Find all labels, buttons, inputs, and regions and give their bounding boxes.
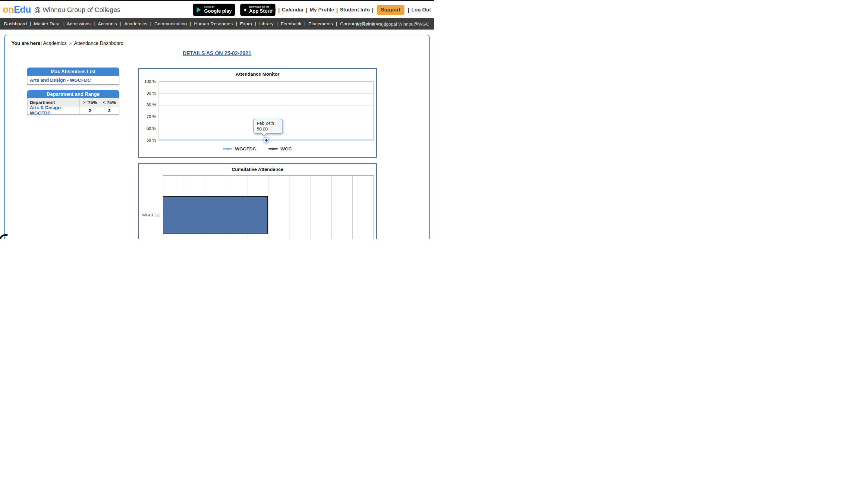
navbar-separator: | [190, 21, 191, 27]
nav-separator: | [278, 7, 280, 13]
corner-artifact [0, 234, 8, 239]
details-date-link[interactable]: DETAILS AS ON 25-02-2021 [183, 50, 251, 56]
navbar-separator: | [276, 21, 278, 27]
legend-item-wgcfdc[interactable]: WGCFDC [223, 146, 256, 152]
y-tick-70: 70 % [139, 114, 156, 119]
logo-part-edu: Edu [14, 4, 31, 15]
navbar-item-communication[interactable]: Communication [154, 21, 187, 27]
navbar-item-academics[interactable]: Academics [124, 21, 147, 27]
navbar-separator: | [120, 21, 121, 27]
legend-label-wgcfdc: WGCFDC [235, 146, 256, 152]
google-play-tagline: Get it on [204, 5, 232, 8]
header: onEdu @ Winnou Group of Colleges Get it … [0, 1, 434, 18]
nav-student-info[interactable]: Student Info [340, 7, 370, 13]
nav-my-profile[interactable]: My Profile [310, 7, 334, 13]
support-button[interactable]: Support [377, 5, 404, 15]
wgcfdc-bar[interactable] [163, 196, 268, 234]
y-tick-80: 80 % [139, 102, 156, 107]
apple-icon [244, 6, 247, 13]
breadcrumb-current: Attendance Dashboard [74, 41, 124, 46]
nav-log-out[interactable]: Log Out [411, 7, 431, 13]
max-absentees-link[interactable]: Arts and Design - WGCFDC [30, 77, 91, 83]
navbar-separator: | [62, 21, 64, 27]
welcome-text: Welcome, Rajagopal Winnou@WGC [355, 18, 429, 30]
app-screen: onEdu @ Winnou Group of Colleges Get it … [0, 0, 434, 239]
y-tick-60: 60 % [139, 126, 156, 131]
legend-line-marker-dark [269, 148, 278, 150]
nav-separator: | [306, 7, 307, 13]
dept-link[interactable]: Arts & Design-WGCFDC [30, 105, 80, 116]
bar-category-label: WGCFDC [139, 213, 160, 217]
top-nav: Home|Calendar|My Profile|Student Info|Su… [262, 5, 431, 15]
navbar-item-dashboard[interactable]: Dashboard [4, 21, 27, 27]
max-absentees-table: Max Absentees List Arts and Design - WGC… [27, 67, 119, 85]
navbar-separator: | [94, 21, 95, 27]
tooltip-value: 50.00 [257, 126, 279, 132]
y-tick-100: 100 % [139, 79, 156, 84]
tooltip-date: Feb 24th , [257, 121, 279, 126]
navbar-separator: | [255, 21, 256, 27]
navbar-separator: | [336, 21, 337, 27]
navbar-item-master-data[interactable]: Master Data [34, 21, 59, 27]
nav-home[interactable]: Home [262, 7, 276, 13]
breadcrumb-chevron-icon: » [69, 41, 72, 46]
breadcrumb-label: You are here: [11, 41, 42, 46]
navbar-separator: | [150, 21, 151, 27]
cumulative-attendance-panel: Cumulative Attendance WGCFDC [138, 163, 377, 239]
navbar-item-admissions[interactable]: Admissions [67, 21, 90, 27]
navbar-separator: | [304, 21, 306, 27]
legend-line-marker-blue [223, 148, 232, 150]
breadcrumb: You are here: Academics » Attendance Das… [11, 41, 123, 46]
legend-label-wgc: WGC [280, 146, 292, 152]
col-header-ge75: >=75% [80, 98, 100, 106]
lt75-value: 2 [100, 106, 119, 114]
google-play-badge[interactable]: Get it on Google play [193, 4, 235, 16]
ge75-value: 2 [80, 106, 100, 114]
navbar-item-feedback[interactable]: Feedback [281, 21, 301, 27]
chart-legend: WGCFDC WGC [139, 146, 376, 152]
module-navbar: Dashboard| Master Data| Admissions| Acco… [0, 18, 434, 30]
nav-separator: | [336, 7, 338, 13]
navbar-item-accounts[interactable]: Accounts [98, 21, 117, 27]
content-panel: You are here: Academics » Attendance Das… [4, 35, 430, 239]
navbar-item-placements[interactable]: Placements [309, 21, 333, 27]
attendance-monitor-panel: Attendance Monitor 100 % 90 % 80 % 70 % … [138, 68, 377, 158]
organization-name: @ Winnou Group of Colleges [34, 6, 120, 14]
nav-separator: | [372, 7, 373, 13]
max-absentees-row[interactable]: Arts and Design - WGCFDC [27, 76, 119, 85]
google-play-label: Google play [204, 8, 232, 14]
navbar-separator: | [236, 21, 237, 27]
max-absentees-header: Max Absentees List [27, 67, 119, 76]
cumulative-attendance-title: Cumulative Attendance [139, 167, 376, 172]
dept-range-table: Department and Range Department >=75% < … [27, 90, 119, 115]
onedu-logo[interactable]: onEdu [3, 4, 31, 15]
legend-item-wgc[interactable]: WGC [269, 146, 292, 152]
details-heading-wrap: DETAILS AS ON 25-02-2021 [5, 50, 429, 57]
navbar-item-human-resources[interactable]: Human Resources [194, 21, 233, 27]
col-header-lt75: < 75% [100, 98, 119, 106]
navbar-item-exam[interactable]: Exam [240, 21, 252, 27]
logo-part-on: on [3, 4, 14, 15]
data-point-feb24[interactable] [262, 136, 270, 144]
nav-calendar[interactable]: Calendar [282, 7, 304, 13]
chart-tooltip: Feb 24th , 50.00 [253, 119, 282, 133]
google-play-icon [196, 6, 202, 13]
y-tick-50: 50 % [139, 138, 156, 142]
navbar-item-library[interactable]: Library [259, 21, 273, 27]
attendance-monitor-title: Attendance Monitor [139, 71, 376, 77]
y-tick-90: 90 % [139, 91, 156, 96]
breadcrumb-section[interactable]: Academics [43, 41, 67, 46]
nav-separator: | [408, 7, 409, 13]
dept-range-header: Department and Range [27, 90, 119, 98]
navbar-separator: | [30, 21, 31, 27]
dept-range-data-row: Arts & Design-WGCFDC 2 2 [27, 106, 119, 115]
